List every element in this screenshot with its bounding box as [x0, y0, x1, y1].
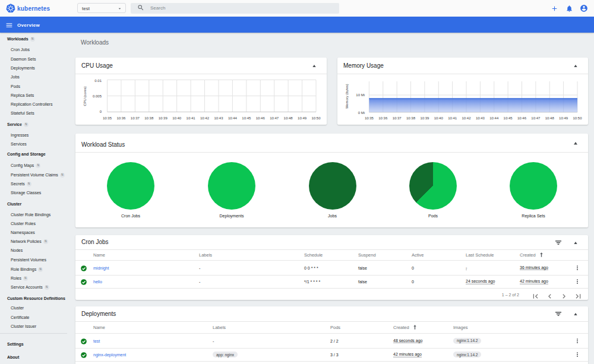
svg-text:10:47: 10:47 [270, 116, 279, 120]
svg-text:10:35: 10:35 [103, 116, 112, 120]
svg-text:10:47: 10:47 [531, 116, 541, 120]
svg-text:10:43: 10:43 [476, 116, 485, 120]
svg-text:10:45: 10:45 [504, 116, 513, 120]
svg-text:10:42: 10:42 [462, 116, 472, 120]
svg-text:10:46: 10:46 [256, 116, 266, 120]
svg-text:0.005: 0.005 [93, 94, 102, 98]
svg-text:0.01: 0.01 [94, 79, 102, 83]
svg-text:10:48: 10:48 [284, 116, 293, 120]
svg-text:10:38: 10:38 [406, 116, 416, 120]
svg-text:10:48: 10:48 [545, 116, 555, 120]
svg-text:10:43: 10:43 [214, 116, 223, 120]
svg-text:10:40: 10:40 [172, 116, 182, 120]
svg-text:10:46: 10:46 [517, 116, 527, 120]
svg-text:10:39: 10:39 [159, 116, 168, 120]
svg-text:10:44: 10:44 [489, 116, 499, 120]
svg-text:CPU (cores): CPU (cores) [83, 86, 87, 106]
svg-text:10:35: 10:35 [365, 116, 374, 120]
svg-text:10:39: 10:39 [420, 116, 429, 120]
svg-text:10:49: 10:49 [559, 116, 568, 120]
svg-text:10:36: 10:36 [116, 116, 126, 120]
svg-text:10:41: 10:41 [448, 116, 457, 120]
svg-text:10:50: 10:50 [573, 116, 582, 120]
svg-text:Memory (bytes): Memory (bytes) [345, 84, 349, 109]
svg-text:10:44: 10:44 [228, 116, 238, 120]
svg-text:10:36: 10:36 [378, 116, 388, 120]
svg-text:10:50: 10:50 [311, 116, 321, 120]
svg-text:0: 0 [100, 110, 102, 113]
svg-text:10:40: 10:40 [434, 116, 444, 120]
svg-text:10 Mi: 10 Mi [356, 93, 365, 97]
svg-text:10:37: 10:37 [393, 116, 402, 120]
svg-text:10:45: 10:45 [242, 116, 251, 120]
svg-text:10:49: 10:49 [298, 116, 307, 120]
svg-text:10:38: 10:38 [144, 116, 154, 120]
svg-text:10:37: 10:37 [131, 116, 140, 120]
svg-text:0 Mi: 0 Mi [358, 111, 365, 115]
svg-text:10:42: 10:42 [200, 116, 210, 120]
svg-text:10:41: 10:41 [187, 116, 196, 120]
